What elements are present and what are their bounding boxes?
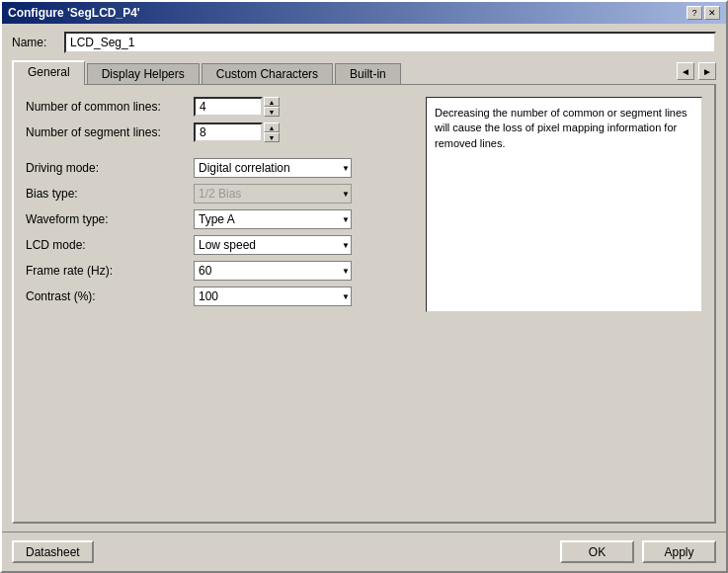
- form-grid: Number of common lines: ▲ ▼ Nu: [26, 97, 702, 312]
- tabs-row: General Display Helpers Custom Character…: [12, 59, 716, 84]
- tabs-nav: ◄ ►: [677, 62, 716, 84]
- info-text: Decreasing the number of common or segme…: [435, 107, 688, 149]
- common-lines-row: Number of common lines: ▲ ▼: [26, 97, 416, 117]
- help-button[interactable]: ?: [687, 6, 702, 20]
- contrast-label: Contrast (%):: [26, 289, 194, 303]
- title-bar-buttons: ? ✕: [687, 6, 720, 20]
- common-lines-spin-buttons: ▲ ▼: [264, 97, 280, 117]
- common-lines-label: Number of common lines:: [26, 100, 194, 114]
- segment-lines-up[interactable]: ▲: [264, 123, 280, 132]
- bias-type-select[interactable]: 1/2 Bias 1/3 Bias: [194, 184, 352, 204]
- frame-rate-label: Frame rate (Hz):: [26, 264, 194, 278]
- title-bar: Configure 'SegLCD_P4' ? ✕: [2, 2, 726, 24]
- window-body: Name: General Display Helpers Custom Cha…: [2, 24, 726, 532]
- datasheet-button[interactable]: Datasheet: [12, 540, 94, 563]
- tab-custom-characters[interactable]: Custom Characters: [202, 63, 333, 85]
- driving-mode-row: Driving mode: Digital correlation Extern…: [26, 158, 416, 178]
- common-lines-down[interactable]: ▼: [264, 107, 280, 117]
- lcd-mode-label: LCD mode:: [26, 238, 194, 252]
- common-lines-input[interactable]: [194, 97, 263, 117]
- bottom-bar: Datasheet OK Apply: [2, 532, 726, 571]
- tab-general[interactable]: General: [12, 60, 85, 85]
- bias-type-label: Bias type:: [26, 187, 194, 201]
- common-lines-spinner: ▲ ▼: [194, 97, 280, 117]
- frame-rate-dropdown-wrapper: 60 30 120 ▼: [194, 261, 352, 281]
- waveform-row: Waveform type: Type A Type B ▼: [26, 209, 416, 229]
- driving-mode-select[interactable]: Digital correlation External clock: [194, 158, 352, 178]
- contrast-dropdown-wrapper: 100 75 50 25 ▼: [194, 286, 352, 306]
- segment-lines-input[interactable]: [194, 123, 263, 142]
- tabs-left: General Display Helpers Custom Character…: [12, 59, 403, 84]
- common-lines-up[interactable]: ▲: [264, 97, 280, 107]
- contrast-select[interactable]: 100 75 50 25: [194, 286, 352, 306]
- tab-display-helpers[interactable]: Display Helpers: [87, 63, 200, 85]
- segment-lines-spinner: ▲ ▼: [194, 123, 280, 142]
- segment-lines-down[interactable]: ▼: [264, 132, 280, 142]
- tab-content-general: Number of common lines: ▲ ▼ Nu: [12, 84, 716, 524]
- waveform-label: Waveform type:: [26, 212, 194, 226]
- tabs-container: General Display Helpers Custom Character…: [12, 59, 716, 524]
- contrast-row: Contrast (%): 100 75 50 25 ▼: [26, 286, 416, 306]
- segment-lines-label: Number of segment lines:: [26, 125, 194, 139]
- lcd-mode-select[interactable]: Low speed High speed: [194, 235, 352, 255]
- form-left: Number of common lines: ▲ ▼ Nu: [26, 97, 416, 312]
- tab-built-in[interactable]: Built-in: [335, 63, 401, 85]
- tab-nav-right[interactable]: ►: [698, 62, 716, 80]
- ok-button[interactable]: OK: [560, 540, 634, 563]
- close-button[interactable]: ✕: [704, 6, 720, 20]
- segment-lines-spin-buttons: ▲ ▼: [264, 123, 280, 142]
- main-window: Configure 'SegLCD_P4' ? ✕ Name: General …: [0, 0, 728, 573]
- waveform-dropdown-wrapper: Type A Type B ▼: [194, 209, 352, 229]
- name-row: Name:: [12, 32, 716, 53]
- frame-rate-select[interactable]: 60 30 120: [194, 261, 352, 281]
- segment-lines-row: Number of segment lines: ▲ ▼: [26, 123, 416, 142]
- bias-type-row: Bias type: 1/2 Bias 1/3 Bias ▼: [26, 184, 416, 204]
- info-box: Decreasing the number of common or segme…: [426, 97, 702, 312]
- lcd-mode-dropdown-wrapper: Low speed High speed ▼: [194, 235, 352, 255]
- apply-button[interactable]: Apply: [642, 540, 716, 563]
- lcd-mode-row: LCD mode: Low speed High speed ▼: [26, 235, 416, 255]
- bottom-right-buttons: OK Apply: [560, 540, 716, 563]
- frame-rate-row: Frame rate (Hz): 60 30 120 ▼: [26, 261, 416, 281]
- bias-type-dropdown-wrapper: 1/2 Bias 1/3 Bias ▼: [194, 184, 352, 204]
- driving-mode-dropdown-wrapper: Digital correlation External clock ▼: [194, 158, 352, 178]
- name-label: Name:: [12, 36, 56, 49]
- tab-nav-left[interactable]: ◄: [677, 62, 694, 80]
- waveform-select[interactable]: Type A Type B: [194, 209, 352, 229]
- window-title: Configure 'SegLCD_P4': [8, 6, 140, 20]
- name-input[interactable]: [64, 32, 716, 53]
- driving-mode-label: Driving mode:: [26, 161, 194, 175]
